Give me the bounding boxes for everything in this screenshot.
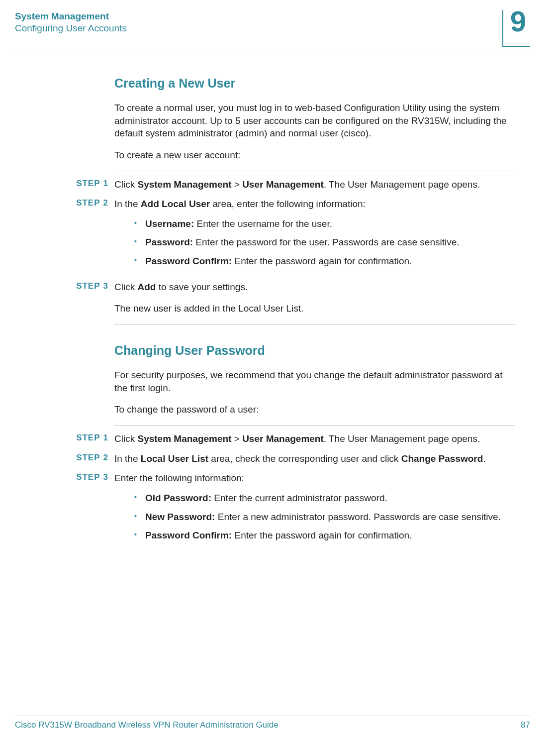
page-number: 87 bbox=[521, 720, 530, 730]
chapter-number: 9 bbox=[510, 7, 526, 36]
text: . bbox=[483, 453, 485, 464]
field-text: Enter the username for the user. bbox=[194, 218, 332, 229]
bold-text: Add Local User bbox=[141, 199, 210, 209]
field-label: New Password: bbox=[145, 512, 215, 522]
heading-creating-user: Creating a New User bbox=[114, 76, 515, 91]
field-label: Old Password: bbox=[145, 493, 211, 503]
step-num: 3 bbox=[103, 281, 108, 291]
content-area: Creating a New User To create a normal u… bbox=[114, 56, 515, 548]
step-num: 3 bbox=[103, 472, 108, 482]
header-left: System Management Configuring User Accou… bbox=[15, 10, 127, 34]
page-footer: Cisco RV315W Broadband Wireless VPN Rout… bbox=[15, 712, 530, 730]
text: area, enter the following information: bbox=[210, 199, 366, 209]
step-word: STEP bbox=[76, 472, 100, 482]
step-label: STEP3 bbox=[69, 472, 108, 482]
field-text: Enter a new administrator password. Pass… bbox=[215, 512, 500, 522]
text: In the bbox=[114, 453, 141, 464]
step-label: STEP1 bbox=[69, 432, 108, 443]
step-body: In the Local User List area, check the c… bbox=[114, 452, 515, 465]
text: to save your settings. bbox=[156, 282, 248, 292]
step-label: STEP3 bbox=[69, 281, 108, 291]
text: Click bbox=[114, 433, 137, 444]
bullet-icon: • bbox=[134, 217, 145, 228]
intro-lead-in: To create a new user account: bbox=[114, 149, 515, 162]
bullet-icon: • bbox=[134, 511, 145, 522]
text: . The User Management page opens. bbox=[324, 179, 480, 190]
step-word: STEP bbox=[76, 453, 100, 462]
step-1: STEP1 Click System Management > User Man… bbox=[69, 432, 515, 445]
chapter-number-box: 9 bbox=[502, 10, 530, 47]
heading-change-password: Changing User Password bbox=[114, 343, 515, 358]
field-label: Username: bbox=[145, 218, 194, 229]
bullet-body: New Password: Enter a new administrator … bbox=[145, 511, 515, 524]
bullet-body: Old Password: Enter the current administ… bbox=[145, 492, 515, 505]
step-body: Enter the following information: • Old P… bbox=[114, 472, 515, 548]
text: > bbox=[231, 179, 242, 190]
field-label: Password: bbox=[145, 237, 193, 247]
step-num: 1 bbox=[103, 433, 108, 442]
text: Click bbox=[114, 282, 137, 292]
text: Enter the following information: bbox=[114, 473, 244, 483]
step-label: STEP1 bbox=[69, 178, 108, 189]
step-note: The new user is added in the Local User … bbox=[114, 302, 515, 315]
bullet-body: Username: Enter the username for the use… bbox=[145, 217, 515, 230]
bullet-confirm: • Password Confirm: Enter the password a… bbox=[134, 255, 515, 268]
footer-line: Cisco RV315W Broadband Wireless VPN Rout… bbox=[15, 720, 530, 730]
step-rule-top bbox=[114, 171, 515, 171]
bullet-body: Password Confirm: Enter the password aga… bbox=[145, 529, 515, 542]
step-body: Click System Management > User Managemen… bbox=[114, 178, 515, 191]
step-body: Click Add to save your settings. The new… bbox=[114, 281, 515, 315]
step-num: 2 bbox=[103, 198, 108, 208]
bold-text: User Management bbox=[242, 433, 324, 444]
field-text: Enter the password again for confirmatio… bbox=[232, 530, 412, 540]
text: Click bbox=[114, 179, 137, 190]
step-3: STEP3 Click Add to save your settings. T… bbox=[69, 281, 515, 315]
intro-paragraph: To create a normal user, you must log in… bbox=[114, 102, 515, 140]
bullet-icon: • bbox=[134, 255, 145, 266]
bold-text: System Management bbox=[137, 179, 231, 190]
step-body: Click System Management > User Managemen… bbox=[114, 432, 515, 445]
footer-rule bbox=[15, 716, 530, 716]
text: area, check the corresponding user and c… bbox=[208, 453, 401, 464]
step-rule-bottom bbox=[114, 324, 515, 324]
field-text: Enter the password again for confirmatio… bbox=[232, 256, 412, 266]
bullet-icon: • bbox=[134, 492, 145, 503]
field-label: Password Confirm: bbox=[145, 530, 232, 540]
bullet-body: Password: Enter the password for the use… bbox=[145, 236, 515, 249]
bold-text: Change Password bbox=[401, 453, 483, 464]
bullet-old-password: • Old Password: Enter the current admini… bbox=[134, 492, 515, 505]
step-3: STEP3 Enter the following information: •… bbox=[69, 472, 515, 548]
bold-text: System Management bbox=[137, 433, 231, 444]
text: > bbox=[231, 433, 242, 444]
page: System Management Configuring User Accou… bbox=[0, 0, 560, 744]
bold-text: Add bbox=[137, 282, 156, 292]
section-subtitle: Configuring User Accounts bbox=[15, 23, 127, 34]
step-word: STEP bbox=[76, 281, 100, 291]
bold-text: User Management bbox=[242, 179, 324, 190]
guide-title: Cisco RV315W Broadband Wireless VPN Rout… bbox=[15, 720, 279, 730]
step-label: STEP2 bbox=[69, 198, 108, 208]
bullet-password: • Password: Enter the password for the u… bbox=[134, 236, 515, 249]
step-num: 1 bbox=[103, 179, 108, 188]
field-text: Enter the password for the user. Passwor… bbox=[193, 237, 459, 247]
text: . The User Management page opens. bbox=[324, 433, 480, 444]
bullet-username: • Username: Enter the username for the u… bbox=[134, 217, 515, 230]
step-body: In the Add Local User area, enter the fo… bbox=[114, 198, 515, 274]
step-rule-top bbox=[114, 425, 515, 425]
text: In the bbox=[114, 199, 141, 209]
bullet-new-password: • New Password: Enter a new administrato… bbox=[134, 511, 515, 524]
step-word: STEP bbox=[76, 198, 100, 208]
field-label: Password Confirm: bbox=[145, 256, 232, 266]
intro-paragraph: For security purposes, we recommend that… bbox=[114, 369, 515, 394]
bold-text: Local User List bbox=[141, 453, 208, 464]
step-word: STEP bbox=[76, 179, 100, 188]
field-text: Enter the current administrator password… bbox=[211, 493, 387, 503]
bullet-body: Password Confirm: Enter the password aga… bbox=[145, 255, 515, 268]
step-num: 2 bbox=[103, 453, 108, 462]
step-1: STEP1 Click System Management > User Man… bbox=[69, 178, 515, 191]
step-word: STEP bbox=[76, 433, 100, 442]
bullet-confirm: • Password Confirm: Enter the password a… bbox=[134, 529, 515, 542]
bullet-icon: • bbox=[134, 529, 145, 540]
bullet-icon: • bbox=[134, 236, 145, 247]
step-label: STEP2 bbox=[69, 452, 108, 463]
